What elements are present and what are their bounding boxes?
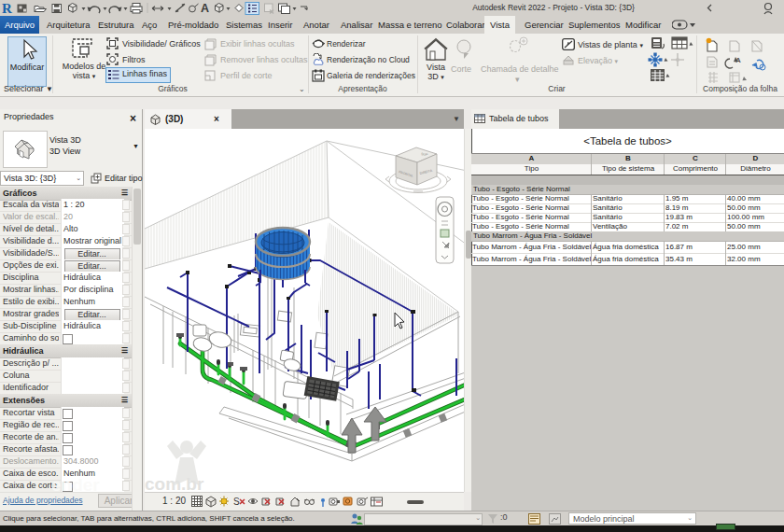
svg-text:A: A <box>735 56 741 64</box>
svg-text:A: A <box>201 2 209 15</box>
svg-text:S: S <box>233 497 240 507</box>
svg-text:R: R <box>2 1 12 16</box>
svg-text:com.br: com.br <box>145 474 204 492</box>
